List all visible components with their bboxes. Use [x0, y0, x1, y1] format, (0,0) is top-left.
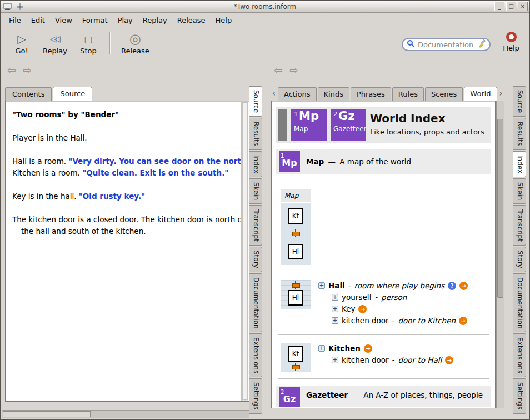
menu-file[interactable]: File	[4, 14, 26, 27]
tab-phrases[interactable]: Phrases	[351, 87, 391, 101]
side-tab-results[interactable]: Results	[249, 118, 262, 149]
menu-format[interactable]: Format	[77, 14, 113, 27]
help-button[interactable]: Help	[498, 32, 524, 52]
side-tab-index[interactable]: Index	[249, 151, 262, 177]
item-name: kitchen door	[342, 356, 389, 364]
go-to-source-icon[interactable]: →	[459, 282, 468, 290]
dash: -	[392, 316, 395, 325]
source-scrollbar[interactable]	[241, 102, 248, 401]
tab-contents[interactable]: Contents	[5, 87, 52, 101]
index-scrollbar-thumb[interactable]	[497, 119, 503, 298]
side-tab-extensions[interactable]: Extensions	[513, 333, 526, 377]
side-tab-documentation[interactable]: Documentation	[249, 273, 262, 333]
go-to-source-icon[interactable]: →	[364, 344, 372, 353]
gazetteer-index-tile[interactable]: 2 Gz Gazetteer	[331, 109, 366, 141]
side-tab-story[interactable]: Story	[249, 247, 262, 272]
tab-rules[interactable]: Rules	[392, 87, 424, 101]
index-panel: ‹ ActionsKindsPhrasesRulesScenesWorld › …	[271, 86, 504, 408]
side-tab-story[interactable]: Story	[513, 247, 526, 272]
side-tab-source[interactable]: Source	[249, 86, 262, 117]
side-tab-settings[interactable]: Settings	[513, 378, 526, 413]
documentation-search-input[interactable]	[418, 41, 474, 49]
kitchen-map-thumbnail[interactable]: Kt	[281, 343, 311, 372]
expand-icon[interactable]: +	[318, 345, 325, 352]
go-to-source-icon[interactable]: →	[358, 305, 367, 313]
source-segment: Kitchen is a room.	[12, 168, 82, 177]
close-button[interactable]: ×	[518, 2, 528, 11]
go-button[interactable]: ▷Go!	[7, 29, 36, 57]
gazetteer-small-tile[interactable]: 2 Gz	[279, 387, 300, 407]
tab-scroll-left-icon[interactable]: ‹	[271, 88, 278, 101]
back-icon[interactable]: ⇦	[7, 64, 16, 76]
menu-replay[interactable]: Replay	[138, 14, 172, 27]
window-title: *Two rooms.inform	[1, 3, 529, 11]
back-icon[interactable]: ⇦	[274, 64, 283, 76]
source-text[interactable]: "Two rooms" by "Bender" Player is in the…	[6, 102, 241, 401]
tab-kinds[interactable]: Kinds	[318, 87, 349, 101]
tile-abbr: Gz	[283, 393, 296, 404]
side-tab-extensions[interactable]: Extensions	[249, 333, 262, 377]
doc-help-icon[interactable]: ?	[448, 282, 456, 290]
search-box[interactable]	[402, 38, 491, 51]
expand-icon[interactable]: +	[332, 357, 338, 363]
tab-scenes[interactable]: Scenes	[425, 87, 463, 101]
room-box-kitchen[interactable]: Kt	[288, 346, 303, 362]
side-tab-documentation[interactable]: Documentation	[513, 273, 526, 333]
dash: -	[392, 356, 395, 364]
replay-button[interactable]: ◁◁Replay	[39, 29, 71, 57]
stop-button[interactable]: ▢Stop	[74, 29, 103, 57]
tab-scroll-right-icon[interactable]: ›	[498, 88, 505, 101]
stop-button-label: Stop	[80, 47, 97, 55]
menu-release[interactable]: Release	[172, 14, 211, 27]
brush-icon[interactable]	[477, 39, 486, 50]
maximize-button[interactable]: □	[506, 2, 516, 11]
side-tab-settings[interactable]: Settings	[249, 378, 262, 413]
room-name: Kitchen	[328, 344, 361, 353]
expand-icon[interactable]: +	[332, 317, 338, 324]
room-box-hall[interactable]: Hl	[288, 290, 303, 306]
map-graphic[interactable]: Kt Hl	[281, 203, 311, 265]
forward-icon[interactable]: ⇨	[289, 64, 298, 76]
world-index-banner: 1 Mp Map 2 Gz Gazetteer World Index	[276, 107, 491, 143]
side-tab-transcript[interactable]: Transcript	[249, 205, 262, 246]
right-history-nav: ⇦ ⇨	[274, 64, 298, 76]
horizontal-scrollbar[interactable]	[2, 410, 249, 418]
search-icon	[407, 39, 415, 50]
source-scrollbar-thumb[interactable]	[242, 102, 248, 400]
side-tab-results[interactable]: Results	[513, 118, 526, 149]
source-panel-content: "Two rooms" by "Bender" Player is in the…	[5, 101, 249, 402]
menu-play[interactable]: Play	[113, 14, 138, 27]
side-tab-index[interactable]: Index	[513, 151, 526, 177]
expand-icon[interactable]: +	[332, 306, 338, 312]
kitchen-items: +kitchen door-door to Hall→	[332, 356, 453, 364]
side-tab-skein[interactable]: Skein	[249, 178, 262, 204]
release-button[interactable]: ◎Release	[118, 29, 153, 57]
side-tab-transcript[interactable]: Transcript	[513, 205, 526, 246]
room-desc: room where play begins	[354, 281, 445, 290]
map-small-tile[interactable]: 1 Mp	[279, 151, 300, 172]
menu-edit[interactable]: Edit	[26, 14, 50, 27]
side-tab-skein[interactable]: Skein	[513, 178, 526, 204]
titlebar[interactable]: *Two rooms.inform _ □ ×	[1, 1, 529, 13]
tab-source[interactable]: Source	[53, 87, 92, 101]
item-desc: door to Hall	[398, 356, 442, 364]
horizontal-scrollbar-thumb[interactable]	[3, 411, 91, 417]
hall-map-thumbnail[interactable]: Hl	[281, 280, 311, 309]
menu-help[interactable]: Help	[211, 14, 237, 27]
tab-world[interactable]: World	[464, 87, 497, 101]
side-tab-source[interactable]: Source	[513, 86, 526, 117]
tab-actions[interactable]: Actions	[278, 87, 317, 101]
forward-icon[interactable]: ⇨	[23, 64, 32, 76]
index-scrollbar[interactable]	[496, 101, 504, 408]
minimize-button[interactable]: _	[494, 2, 504, 11]
go-to-source-icon[interactable]: →	[445, 356, 453, 364]
menu-view[interactable]: View	[50, 14, 77, 27]
index-item: +yourself-person	[332, 293, 468, 302]
go-to-source-icon[interactable]: →	[459, 317, 467, 325]
expand-icon[interactable]: +	[318, 282, 325, 289]
room-box-hall[interactable]: Hl	[288, 244, 303, 259]
expand-icon[interactable]: +	[332, 294, 338, 301]
map-index-tile[interactable]: 1 Mp Map	[291, 109, 327, 141]
room-box-kitchen[interactable]: Kt	[288, 208, 303, 224]
left-side-tabs: SourceResultsIndexSkeinTranscriptStoryDo…	[249, 86, 262, 415]
